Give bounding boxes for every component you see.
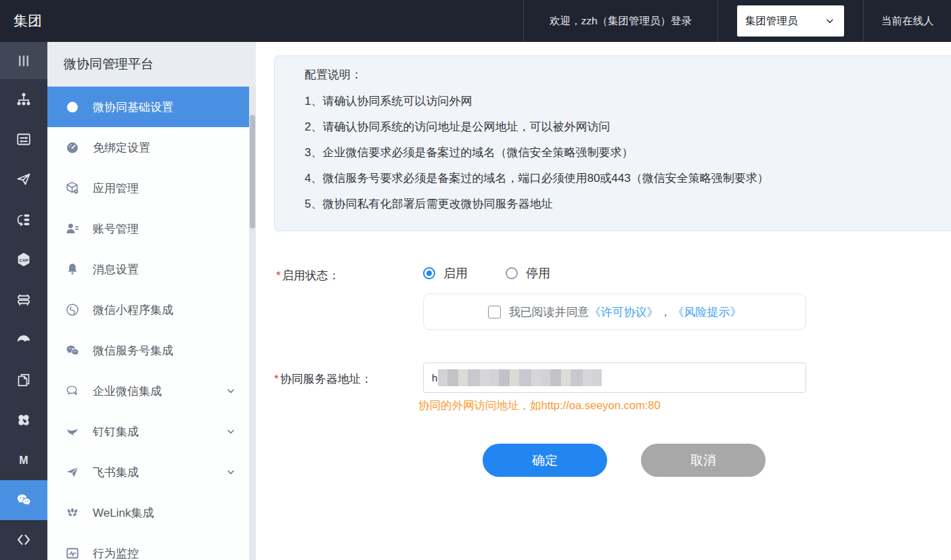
sidebar-item-label: 行为监控 bbox=[93, 546, 139, 560]
chevron-down-icon bbox=[225, 466, 237, 478]
sidebar-item-dashboard[interactable]: 微协同基础设置 bbox=[47, 87, 249, 127]
config-note-list: 1、请确认协同系统可以访问外网2、请确认协同系统的访问地址是公网地址，可以被外网… bbox=[305, 89, 951, 217]
chevron-down-icon bbox=[225, 425, 237, 438]
cancel-button[interactable]: 取消 bbox=[641, 444, 766, 477]
sidebar-item-label: 飞书集成 bbox=[93, 465, 139, 480]
radio-selected-icon[interactable] bbox=[423, 267, 435, 279]
app-brand: 集团 bbox=[0, 0, 257, 42]
workflow-icon bbox=[16, 212, 32, 228]
required-asterisk: * bbox=[274, 373, 279, 386]
agreement-text: 我已阅读并同意 bbox=[509, 304, 590, 320]
rail-item-cap-badge[interactable]: CAP bbox=[0, 239, 47, 279]
wecom-icon bbox=[65, 383, 80, 398]
radio-label: 停用 bbox=[526, 265, 550, 281]
config-note-title: 配置说明： bbox=[305, 67, 951, 83]
topbar-right: 欢迎，zzh（集团管理员）登录 集团管理员 当前在线人 bbox=[523, 0, 951, 42]
dingtalk-icon bbox=[65, 424, 80, 439]
sidebar-item-app-cube[interactable]: 应用管理 bbox=[47, 168, 249, 208]
radio-label: 启用 bbox=[443, 265, 468, 281]
topbar: 集团 欢迎，zzh（集团管理员）登录 集团管理员 当前在线人 bbox=[0, 0, 951, 42]
svg-text:M: M bbox=[19, 454, 28, 466]
sidebar-item-account[interactable]: 账号管理 bbox=[47, 208, 249, 249]
account-icon bbox=[65, 221, 80, 236]
radio-unselected-icon[interactable] bbox=[506, 267, 518, 279]
wechat-icon bbox=[65, 343, 80, 358]
radio-option-disable[interactable]: 停用 bbox=[506, 265, 550, 281]
sidebar-item-label: 应用管理 bbox=[93, 181, 139, 196]
wechat-icon bbox=[16, 492, 32, 508]
org-chart-icon bbox=[16, 91, 32, 108]
rail-item-menu-bars[interactable] bbox=[0, 42, 47, 79]
rail-item-palette[interactable] bbox=[0, 320, 47, 360]
welink-icon bbox=[65, 505, 80, 520]
dashboard-icon bbox=[65, 140, 80, 155]
redacted-value-mosaic bbox=[438, 369, 602, 386]
welcome-text: 欢迎，zzh（集团管理员）登录 bbox=[523, 0, 718, 42]
sidebar-item-bell[interactable]: 消息设置 bbox=[47, 249, 249, 289]
dashboard-icon bbox=[65, 99, 80, 114]
chevron-down-icon bbox=[225, 385, 237, 397]
bell-icon bbox=[65, 262, 80, 277]
rail-item-control-panel[interactable] bbox=[0, 120, 47, 160]
server-address-value: h bbox=[432, 372, 437, 383]
control-panel-icon bbox=[16, 131, 32, 147]
sidebar-item-wecom[interactable]: 企业微信集成 bbox=[47, 371, 249, 411]
role-select-value: 集团管理员 bbox=[745, 14, 798, 28]
risk-notice-link[interactable]: 《风险提示》 bbox=[673, 304, 742, 320]
paper-plane-icon bbox=[16, 171, 32, 187]
palette-icon bbox=[16, 331, 32, 348]
sidebar-scrollbar[interactable] bbox=[249, 87, 256, 560]
config-note-item: 4、微信服务号要求必须是备案过的域名，端口必须使用80或443（微信安全策略强制… bbox=[305, 166, 951, 191]
rail-item-four-dots[interactable] bbox=[0, 400, 47, 440]
miniprogram-icon bbox=[65, 302, 80, 317]
confirm-button[interactable]: 确定 bbox=[483, 444, 607, 477]
license-agreement-link[interactable]: 《许可协议》 bbox=[590, 304, 659, 320]
config-note-item: 3、企业微信要求必须是备案过的域名（微信安全策略强制要求） bbox=[305, 140, 951, 166]
svg-text:CAP: CAP bbox=[19, 257, 28, 262]
role-select[interactable]: 集团管理员 bbox=[737, 5, 844, 37]
monitor-icon bbox=[65, 546, 80, 560]
sidebar-item-welink[interactable]: WeLink集成 bbox=[47, 492, 249, 533]
config-note-item: 2、请确认协同系统的访问地址是公网地址，可以被外网访问 bbox=[305, 114, 951, 140]
sidebar-menu: 微协同基础设置免绑定设置应用管理账号管理消息设置微信小程序集成微信服务号集成企业… bbox=[47, 87, 249, 560]
sidebar-title: 微协同管理平台 bbox=[47, 42, 256, 87]
role-select-area: 集团管理员 bbox=[718, 0, 863, 42]
sidebar-item-dashboard[interactable]: 免绑定设置 bbox=[47, 127, 249, 168]
sidebar-item-miniprogram[interactable]: 微信小程序集成 bbox=[47, 289, 249, 330]
agreement-separator: ， bbox=[660, 304, 671, 320]
sidebar-item-dingtalk[interactable]: 钉钉集成 bbox=[47, 411, 249, 452]
rail-item-code-brackets[interactable] bbox=[0, 520, 47, 560]
icon-rail: CAPM bbox=[0, 42, 47, 560]
rail-item-server-stack[interactable] bbox=[0, 279, 47, 319]
sidebar-item-wechat[interactable]: 微信服务号集成 bbox=[47, 330, 249, 371]
main-content: 配置说明： 1、请确认协同系统可以访问外网2、请确认协同系统的访问地址是公网地址… bbox=[256, 42, 951, 560]
rail-item-workflow[interactable] bbox=[0, 200, 47, 239]
rail-item-letter-m[interactable]: M bbox=[0, 440, 47, 480]
letter-m-icon: M bbox=[16, 452, 32, 468]
agreement-box: 我已阅读并同意 《许可协议》 ， 《风险提示》 bbox=[423, 294, 806, 330]
sidebar-item-label: 微信服务号集成 bbox=[93, 343, 173, 358]
agreement-checkbox[interactable] bbox=[488, 306, 501, 319]
config-note-item: 1、请确认协同系统可以访问外网 bbox=[305, 89, 951, 114]
rail-item-documents[interactable] bbox=[0, 360, 47, 400]
rail-item-org-chart[interactable] bbox=[0, 79, 47, 119]
server-address-input[interactable]: h bbox=[423, 363, 806, 393]
online-count-label: 当前在线人 bbox=[863, 0, 951, 42]
sidebar-item-feishu[interactable]: 飞书集成 bbox=[47, 452, 249, 492]
sidebar-scrollbar-thumb[interactable] bbox=[250, 115, 255, 229]
enable-status-radiogroup: 启用停用 bbox=[423, 265, 550, 281]
required-asterisk: * bbox=[276, 269, 281, 282]
sidebar-item-label: WeLink集成 bbox=[93, 505, 154, 521]
enable-status-label: *启用状态： bbox=[276, 268, 340, 283]
server-stack-icon bbox=[16, 291, 32, 308]
radio-option-enable[interactable]: 启用 bbox=[423, 265, 468, 281]
rail-item-paper-plane[interactable] bbox=[0, 160, 47, 200]
sidebar-item-label: 钉钉集成 bbox=[93, 424, 139, 440]
four-dots-icon bbox=[16, 412, 32, 428]
code-brackets-icon bbox=[16, 532, 32, 548]
app-cube-icon bbox=[65, 181, 80, 195]
sidebar-item-monitor[interactable]: 行为监控 bbox=[47, 533, 249, 560]
sidebar-item-label: 免绑定设置 bbox=[93, 140, 150, 156]
rail-item-wechat[interactable] bbox=[0, 480, 47, 520]
server-address-label: *协同服务器地址： bbox=[274, 371, 372, 387]
